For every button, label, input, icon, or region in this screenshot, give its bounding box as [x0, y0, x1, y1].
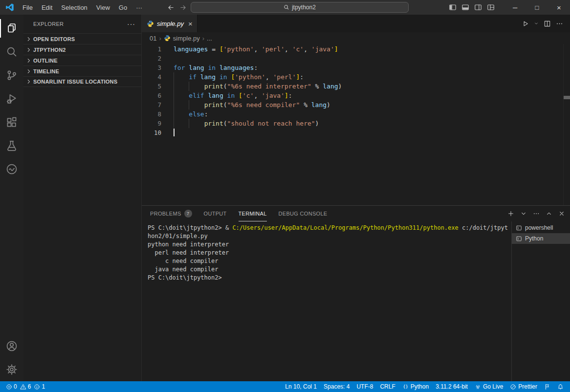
editor-code-area[interactable]: 1languages = ['python', 'perl', 'c', 'ja…	[142, 44, 570, 205]
status-encoding[interactable]: UTF-8	[353, 381, 376, 392]
forward-button[interactable]	[179, 4, 187, 11]
run-dropdown-button[interactable]	[532, 15, 541, 32]
breadcrumb-symbol[interactable]: ...	[207, 35, 212, 42]
vscode-logo-icon	[5, 3, 14, 12]
search-icon	[284, 4, 289, 10]
editor-scrollbar[interactable]	[563, 44, 570, 205]
sidebar-header: EXPLORER ···	[23, 15, 141, 33]
activitybar-item-sonarlint[interactable]	[0, 157, 23, 181]
breadcrumb-separator: ›	[159, 35, 161, 42]
chevron-right-icon	[25, 78, 32, 85]
activitybar-item-run-and-debug[interactable]	[0, 87, 23, 110]
panel-more-actions-button[interactable]	[533, 210, 540, 217]
status-feedback[interactable]	[541, 381, 554, 392]
panel-tab-problems[interactable]: PROBLEMS7	[150, 206, 192, 221]
sidebar-section-sonarlint-issue-locations[interactable]: SONARLINT ISSUE LOCATIONS	[23, 76, 141, 87]
code-line: 9 print("should not reach here")	[142, 119, 570, 128]
terminal-line: perl need interpreter	[148, 249, 511, 257]
terminal-output[interactable]: PS C:\doit\jtpython2> & C:/Users/user/Ap…	[142, 221, 511, 381]
status-language-mode[interactable]: {}Python	[399, 381, 432, 392]
activitybar-item-testing[interactable]	[0, 134, 23, 157]
close-panel-button[interactable]	[558, 210, 565, 217]
menu-item-go[interactable]: Go	[114, 0, 132, 15]
new-terminal-button[interactable]	[507, 210, 514, 217]
titlebar: FileEditSelectionViewGo··· jtpython2 ─ □…	[0, 0, 570, 15]
toggle-primary-sidebar-button[interactable]	[446, 0, 459, 15]
status-problems[interactable]: 061	[4, 383, 48, 390]
activitybar-item-manage[interactable]	[0, 358, 23, 381]
terminal-list-item-powershell[interactable]: powershell	[512, 222, 570, 233]
editor-tab-simple-py[interactable]: simple.py ×	[142, 15, 197, 32]
activity-bar-top	[0, 17, 23, 181]
editor-more-actions-button[interactable]	[554, 15, 565, 32]
code-line-content	[174, 54, 570, 63]
breadcrumb-folder[interactable]: 01	[150, 35, 156, 42]
tab-close-button[interactable]: ×	[188, 20, 193, 28]
code-line: 3for lang in languages:	[142, 63, 570, 72]
terminal-line: c need compiler	[148, 257, 511, 265]
activitybar-item-accounts[interactable]	[0, 334, 23, 358]
menu-item-file[interactable]: File	[18, 0, 37, 15]
status-go-live[interactable]: Go Live	[471, 381, 506, 392]
activitybar-item-extensions[interactable]	[0, 110, 23, 134]
menu-item-[interactable]: ···	[132, 0, 147, 15]
split-editor-button[interactable]	[542, 15, 553, 32]
terminal-icon	[516, 225, 522, 231]
indent-guide	[174, 109, 174, 119]
sidebar-more-actions-button[interactable]: ···	[127, 20, 135, 28]
status-prettier[interactable]: Prettier	[506, 381, 541, 392]
line-number: 1	[142, 44, 161, 54]
status-label: Python	[411, 383, 429, 390]
panel-body: PS C:\doit\jtpython2> & C:/Users/user/Ap…	[142, 221, 570, 381]
sidebar-section-jtpython2[interactable]: JTPYTHON2	[23, 44, 141, 55]
line-number: 2	[142, 54, 161, 63]
panel-tab-terminal[interactable]: TERMINAL	[239, 206, 267, 221]
maximize-panel-button[interactable]	[546, 210, 552, 217]
section-label: SONARLINT ISSUE LOCATIONS	[33, 79, 117, 85]
status-indentation[interactable]: Spaces: 4	[320, 381, 353, 392]
sidebar-section-timeline[interactable]: TIMELINE	[23, 65, 141, 76]
close-button[interactable]: ×	[548, 0, 570, 15]
code-line-content: print("%6s need interpreter" % lang)	[174, 82, 570, 91]
customize-layout-button[interactable]	[484, 0, 497, 15]
menu-item-view[interactable]: View	[92, 0, 114, 15]
customize-layout-icon	[487, 3, 495, 11]
account-icon	[6, 340, 18, 352]
code-line-content: if lang in ['python', 'perl']:	[174, 72, 570, 82]
status-python-interpreter[interactable]: 3.11.2 64-bit	[432, 381, 471, 392]
terminal-list-item-python[interactable]: Python	[512, 233, 570, 244]
status-label: Spaces: 4	[324, 383, 350, 390]
panel-tab-label: TERMINAL	[239, 211, 267, 217]
status-notifications[interactable]	[554, 381, 567, 392]
code-line: 5 print("%6s need interpreter" % lang)	[142, 82, 570, 91]
terminal-launch-dropdown-button[interactable]	[520, 210, 527, 217]
menubar: FileEditSelectionViewGo···	[18, 0, 147, 15]
menu-item-selection[interactable]: Selection	[57, 0, 91, 15]
panel-tab-output[interactable]: OUTPUT	[204, 206, 227, 221]
minimize-button[interactable]: ─	[504, 0, 526, 15]
braces-icon: {}	[402, 384, 409, 390]
tab-label: simple.py	[157, 20, 184, 27]
back-button[interactable]	[167, 4, 175, 11]
sidebar-section-outline[interactable]: OUTLINE	[23, 55, 141, 65]
status-eol[interactable]: CRLF	[376, 381, 398, 392]
activitybar-item-source-control[interactable]	[0, 64, 23, 87]
activitybar-item-explorer[interactable]	[0, 17, 23, 40]
maximize-button[interactable]: □	[526, 0, 548, 15]
menu-item-edit[interactable]: Edit	[37, 0, 57, 15]
status-cursor-position[interactable]: Ln 10, Col 1	[282, 381, 320, 392]
sidebar-section-open-editors[interactable]: OPEN EDITORS	[23, 33, 141, 44]
command-center-search[interactable]: jtpython2	[191, 2, 409, 13]
toggle-panel-button[interactable]	[459, 0, 472, 15]
toggle-secondary-sidebar-button[interactable]	[472, 0, 484, 15]
breadcrumb-file[interactable]: simple.py	[173, 35, 200, 42]
terminal-line: python need interpreter	[148, 240, 511, 249]
run-python-file-button[interactable]	[520, 15, 531, 32]
broadcast-icon	[475, 384, 481, 390]
panel-tab-debug-console[interactable]: DEBUG CONSOLE	[279, 206, 328, 221]
line-number: 4	[142, 72, 161, 82]
status-label: Go Live	[483, 383, 503, 390]
activitybar-item-search[interactable]	[0, 40, 23, 64]
svg-text:{}: {}	[403, 384, 408, 389]
code-line: 2	[142, 54, 570, 63]
